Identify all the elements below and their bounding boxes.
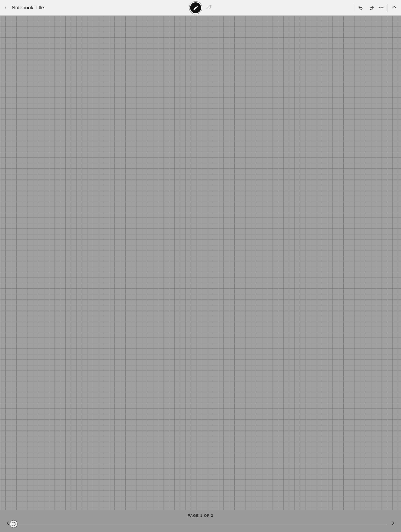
back-button[interactable]: ← <box>4 5 9 11</box>
chevron-up-button[interactable] <box>391 4 397 11</box>
eraser-button[interactable] <box>205 4 212 12</box>
scrubber-thumb-inner <box>12 522 16 526</box>
notebook-title: Notebook Title <box>12 5 44 11</box>
undo-button[interactable] <box>358 4 364 12</box>
undo-icon <box>358 5 364 10</box>
pen-icon <box>193 5 198 11</box>
scrubber-thumb[interactable] <box>10 520 18 528</box>
redo-icon <box>369 5 374 10</box>
toolbar-left: ← Notebook Title <box>4 5 354 11</box>
scrubber-row <box>0 520 401 531</box>
pen-tool-button[interactable] <box>189 1 202 14</box>
more-button[interactable]: ••• <box>378 5 384 10</box>
next-page-icon <box>390 520 396 526</box>
canvas-area[interactable] <box>0 16 401 510</box>
chevron-up-icon <box>391 4 397 10</box>
next-page-button[interactable] <box>389 520 397 527</box>
more-icon: ••• <box>378 5 384 10</box>
scrubber-track[interactable] <box>14 524 387 524</box>
divider-1 <box>354 4 354 12</box>
toolbar: ← Notebook Title <box>0 0 401 16</box>
page-footer: PAGE 1 OF 2 <box>0 510 401 532</box>
redo-button[interactable] <box>368 4 375 12</box>
toolbar-center <box>189 1 212 14</box>
page-indicator: PAGE 1 OF 2 <box>188 514 213 518</box>
divider-2 <box>388 4 388 12</box>
toolbar-right: ••• <box>354 4 397 12</box>
eraser-icon <box>205 4 212 10</box>
back-icon: ← <box>4 5 9 11</box>
